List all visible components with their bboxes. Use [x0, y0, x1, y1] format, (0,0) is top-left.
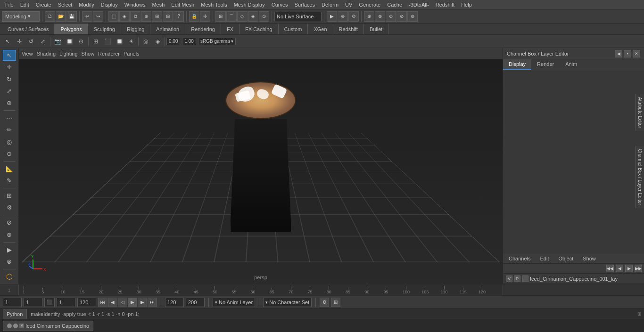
- menu-curves[interactable]: Curves: [268, 1, 291, 8]
- viewport-canvas[interactable]: persp X Y Z: [19, 59, 503, 284]
- cb-tab-render[interactable]: Render: [531, 59, 560, 70]
- menu-select[interactable]: Select: [55, 1, 76, 8]
- camera-tool2[interactable]: 🔲: [64, 36, 75, 47]
- display2-btn[interactable]: ⊗: [375, 11, 385, 22]
- help-btn[interactable]: ?: [173, 11, 184, 22]
- ws-tab-sculpting[interactable]: Sculpting: [88, 24, 121, 34]
- le-tab-edit[interactable]: Edit: [536, 255, 553, 262]
- menu-display[interactable]: Display: [98, 1, 121, 8]
- lasso-tool[interactable]: ⋯: [3, 113, 16, 123]
- ws-tab-rendering[interactable]: Rendering: [185, 24, 221, 34]
- menu-edit[interactable]: Edit: [17, 1, 33, 8]
- step-back-btn[interactable]: ◀: [108, 298, 117, 307]
- snap-grid-btn[interactable]: ⊞: [215, 11, 226, 22]
- window-x-btn[interactable]: ✕: [19, 324, 24, 328]
- channel-expand-btn[interactable]: ▪: [624, 50, 631, 57]
- range-end-field[interactable]: [77, 298, 96, 307]
- settings-tool[interactable]: ⚙: [3, 202, 16, 213]
- universal-tool[interactable]: ⊕: [3, 97, 16, 108]
- ws-tab-curves[interactable]: Curves / Surfaces: [2, 24, 55, 34]
- channel-close-btn[interactable]: ◀: [615, 50, 622, 57]
- ws-tab-redshift[interactable]: Redshift: [333, 24, 364, 34]
- window-close-btn[interactable]: [7, 324, 12, 328]
- new-file-btn[interactable]: 🗋: [45, 11, 55, 22]
- texture-btn[interactable]: 🔲: [114, 36, 125, 47]
- layer-playback-btn[interactable]: P: [514, 275, 520, 282]
- menu-redshift[interactable]: Redshift: [432, 1, 458, 8]
- layer-back-btn[interactable]: ◀: [616, 265, 623, 272]
- render-btn[interactable]: ▶: [327, 11, 337, 22]
- iso-btn[interactable]: ◈: [152, 36, 163, 47]
- menu-modify[interactable]: Modify: [75, 1, 97, 8]
- snap-view-btn[interactable]: ◈: [248, 11, 258, 22]
- script-lang-btn[interactable]: Python: [3, 309, 27, 319]
- layer-skip-fwd-btn[interactable]: ▶▶: [635, 265, 642, 272]
- frame-input-2[interactable]: [26, 300, 40, 305]
- playback-range-indicator[interactable]: ⬛: [44, 298, 55, 307]
- range-end-input[interactable]: [80, 300, 94, 305]
- timeline-track[interactable]: 1510152025303540455055606570758085909510…: [19, 284, 503, 295]
- command-line[interactable]: makeIdentity -apply true -t 1 -r 1 -s 1 …: [27, 311, 637, 317]
- open-file-btn[interactable]: 📂: [56, 11, 66, 22]
- display1-btn[interactable]: ⊕: [364, 11, 374, 22]
- frame-input-3[interactable]: [59, 300, 73, 305]
- paint-select-btn[interactable]: ⊕: [141, 11, 151, 22]
- snap-point-btn[interactable]: ◇: [237, 11, 248, 22]
- channel-box-tab-side[interactable]: Channel Box / Layer Editor: [636, 146, 644, 208]
- menu-create[interactable]: Create: [33, 1, 55, 8]
- display3-btn[interactable]: ⊙: [386, 11, 396, 22]
- le-tab-channels[interactable]: Channels: [505, 255, 534, 262]
- le-tab-show[interactable]: Show: [579, 255, 600, 262]
- ws-tab-polygons[interactable]: Polygons: [55, 24, 88, 34]
- snap-mask[interactable]: ⊛: [3, 229, 16, 240]
- scene-icon[interactable]: ⬡: [3, 271, 16, 282]
- channel-detach-btn[interactable]: ✕: [633, 50, 640, 57]
- viewport-menu-panels[interactable]: Panels: [124, 51, 140, 57]
- menu-deform[interactable]: Deform: [318, 1, 342, 8]
- step-fwd-btn[interactable]: ▶: [138, 298, 147, 307]
- rotate-tool-btn[interactable]: ↺: [25, 36, 37, 47]
- taskbar-window-btn[interactable]: ✕ Iced Cinnamon Cappuccino: [3, 321, 93, 331]
- render-settings-btn[interactable]: ⚙: [348, 11, 359, 22]
- viewport-menu-renderer[interactable]: Renderer: [98, 51, 120, 57]
- selection-mask[interactable]: ⊘: [3, 217, 16, 228]
- redo-btn[interactable]: ↪: [93, 11, 103, 22]
- ws-tab-fx[interactable]: FX: [221, 24, 239, 34]
- scale-tool[interactable]: ⤢: [3, 86, 16, 97]
- menu-edit-mesh[interactable]: Edit Mesh: [168, 1, 198, 8]
- display4-btn[interactable]: ⊘: [396, 11, 407, 22]
- cb-tab-anim[interactable]: Anim: [560, 59, 583, 70]
- play-fwd-btn[interactable]: ▶: [128, 298, 137, 307]
- viewport-menu-lighting[interactable]: Lighting: [59, 51, 78, 57]
- menu-mesh[interactable]: Mesh: [149, 1, 168, 8]
- ipr-btn[interactable]: ⊛: [338, 11, 348, 22]
- menu-uv[interactable]: UV: [342, 1, 355, 8]
- soft-mod-tool[interactable]: ◎: [3, 136, 16, 147]
- menu-surfaces[interactable]: Surfaces: [291, 1, 318, 8]
- menu-cache[interactable]: Cache: [384, 1, 405, 8]
- menu-generate[interactable]: Generate: [355, 1, 384, 8]
- display5-btn[interactable]: ⊚: [407, 11, 418, 22]
- undo-btn[interactable]: ↩: [82, 11, 92, 22]
- viewport-menu-view[interactable]: View: [22, 51, 33, 57]
- menu-mesh-display[interactable]: Mesh Display: [231, 1, 268, 8]
- ws-tab-fx-caching[interactable]: FX Caching: [239, 24, 278, 34]
- anim-layer-dropdown[interactable]: ▾ No Anim Layer: [213, 298, 255, 307]
- select-tool[interactable]: ↖: [3, 50, 16, 61]
- le-tab-object[interactable]: Object: [554, 255, 577, 262]
- snap-curve-btn[interactable]: ⌒: [226, 11, 237, 22]
- camera-tool1[interactable]: 📷: [52, 36, 63, 47]
- range-end-3-input[interactable]: [188, 300, 202, 305]
- grid-tool[interactable]: ⊞: [3, 190, 16, 201]
- ws-tab-bullet[interactable]: Bullet: [364, 24, 389, 34]
- snap-surface-btn[interactable]: ⊙: [259, 11, 269, 22]
- paint-tool[interactable]: ✏: [3, 124, 16, 135]
- save-file-btn[interactable]: 💾: [66, 11, 77, 22]
- cb-tab-display[interactable]: Display: [503, 59, 531, 70]
- rotate-tool[interactable]: ↻: [3, 73, 16, 84]
- current-frame-field[interactable]: [3, 298, 22, 307]
- play-back-btn[interactable]: ◁: [118, 298, 127, 307]
- solid-btn[interactable]: ⬛: [102, 36, 113, 47]
- sculpt-tool[interactable]: ⊙: [3, 148, 16, 159]
- gamma-label-field[interactable]: sRGB gamma ▾: [198, 38, 236, 45]
